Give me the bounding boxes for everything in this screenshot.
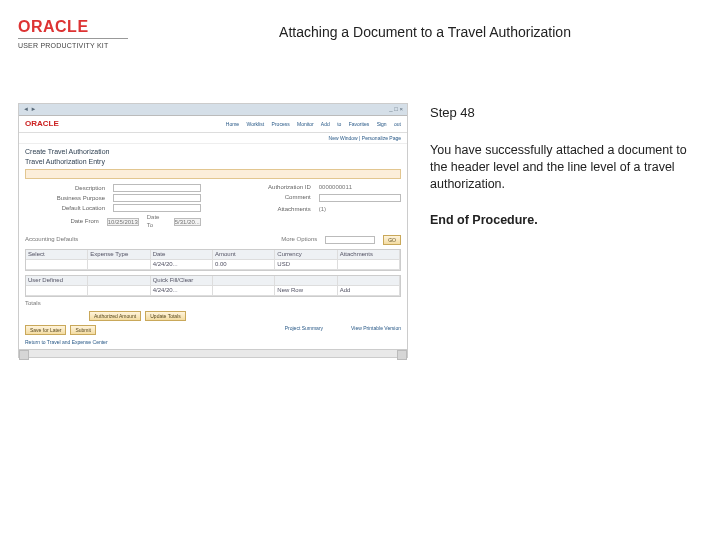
shot-g1-h2: Date: [151, 250, 213, 259]
shot-project-summary-link: Project Summary: [285, 325, 323, 335]
shot-submit-button: Submit: [70, 325, 96, 335]
logo-text: ORACLE: [18, 18, 148, 36]
shot-window-bar: ◄ ►_ □ ×: [19, 104, 407, 116]
shot-more-label: More Options: [281, 236, 317, 243]
logo-divider: [18, 38, 128, 39]
oracle-logo: ORACLE USER PRODUCTIVITY KIT: [18, 18, 148, 49]
shot-section-label: Accounting Defaults: [25, 236, 78, 243]
shot-page-h2: Travel Authorization Entry: [25, 158, 401, 166]
shot-top-nav: Home Worklist Process Monitor Add to Fav…: [226, 121, 401, 127]
shot-g2-h0: User Defined: [26, 276, 88, 285]
shot-dateto-label: Date To: [147, 214, 166, 228]
shot-bp-field: [113, 194, 201, 202]
page-title: Attaching a Document to a Travel Authori…: [148, 18, 702, 40]
shot-attach-label: Attachments: [231, 206, 311, 213]
shot-authid-label: Authorization ID: [231, 184, 311, 191]
shot-desc-field: [113, 184, 201, 192]
shot-go-button: GO: [383, 235, 401, 245]
shot-printable-link: View Printable Version: [351, 325, 401, 335]
shot-oracle-logo: ORACLE: [25, 119, 59, 129]
step-end: End of Procedure.: [430, 213, 702, 227]
shot-grid-2: User Defined Quick Fill/Clear 4/24/20...…: [25, 275, 401, 297]
shot-alert: [25, 169, 401, 179]
shot-return-link: Return to Travel and Expense Center: [25, 339, 401, 345]
shot-comment-label: Comment: [231, 194, 311, 201]
shot-bp-label: Business Purpose: [25, 195, 105, 202]
logo-subtext: USER PRODUCTIVITY KIT: [18, 42, 148, 49]
shot-g1-h1: Expense Type: [88, 250, 150, 259]
shot-scrollbar: [19, 349, 407, 357]
shot-desc-label: Description: [25, 185, 105, 192]
shot-g1-h4: Currency: [275, 250, 337, 259]
shot-more-select: [325, 236, 375, 244]
shot-totals-label: Totals: [25, 300, 41, 307]
shot-g1-h5: Attachments: [338, 250, 400, 259]
shot-save-button: Save for Later: [25, 325, 66, 335]
shot-update-totals-button: Update Totals: [145, 311, 185, 321]
shot-default-label: Default Location: [25, 205, 105, 212]
step-body: You have successfully attached a documen…: [430, 142, 702, 193]
shot-g1-h0: Select: [26, 250, 88, 259]
shot-auth-amount-button: Authorized Amount: [89, 311, 141, 321]
shot-app-header: ORACLE Home Worklist Process Monitor Add…: [19, 116, 407, 133]
shot-grid-1: Select Expense Type Date Amount Currency…: [25, 249, 401, 271]
shot-comment-field: [319, 194, 401, 202]
shot-datefrom-label: Date From: [25, 218, 99, 225]
shot-g1-h3: Amount: [213, 250, 275, 259]
step-heading: Step 48: [430, 105, 702, 120]
shot-default-field: [113, 204, 201, 212]
shot-g2-h1: Quick Fill/Clear: [151, 276, 213, 285]
shot-breadcrumb: New Window | Personalize Page: [19, 133, 407, 144]
embedded-app-screenshot: ◄ ►_ □ × ORACLE Home Worklist Process Mo…: [18, 103, 408, 358]
shot-dateto-field: 5/31/20...: [174, 218, 201, 226]
shot-page-h1: Create Travel Authorization: [25, 148, 401, 156]
shot-datefrom-field: 10/25/2013: [107, 218, 139, 226]
